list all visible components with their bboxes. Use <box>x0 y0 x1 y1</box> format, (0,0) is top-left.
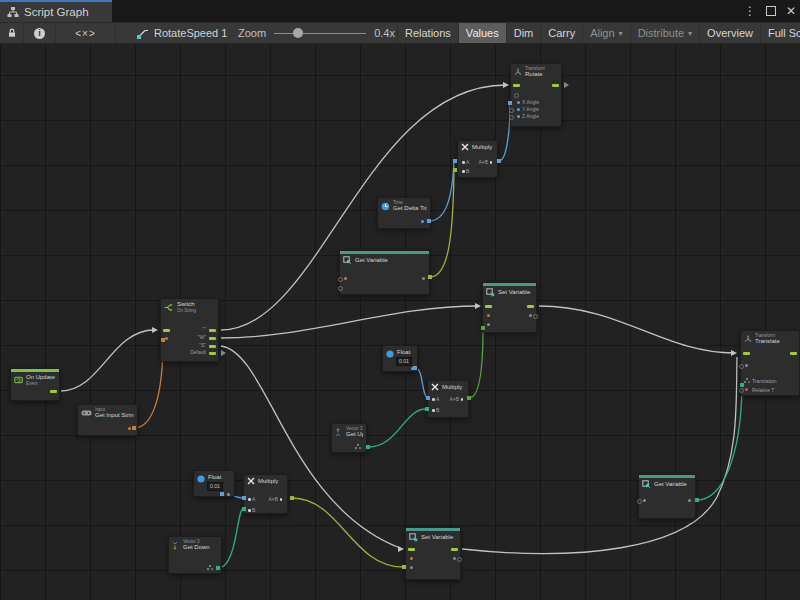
zoom-slider[interactable] <box>274 28 366 38</box>
node-on-update[interactable]: On Update Event <box>10 368 60 401</box>
fullscreen-button[interactable]: Full Screen <box>760 23 800 43</box>
value-out-port[interactable] <box>688 499 691 502</box>
case-out-port[interactable] <box>209 337 216 340</box>
vector3-out-port[interactable] <box>355 444 361 449</box>
node-set-variable-bottom[interactable]: Set Variable <box>405 527 461 580</box>
vector3-down-icon <box>172 541 180 550</box>
window-maximize-icon[interactable] <box>766 6 776 16</box>
code-view-button[interactable]: <×> <box>56 23 116 43</box>
target-port-ring[interactable] <box>739 364 744 369</box>
port-ring[interactable] <box>338 277 343 282</box>
carry-button[interactable]: Carry <box>540 23 582 43</box>
multiply-icon <box>461 143 469 151</box>
flow-out-port[interactable] <box>50 390 57 393</box>
port-ring[interactable] <box>637 499 642 504</box>
value-out-port[interactable] <box>453 557 456 560</box>
port-dot <box>248 509 251 512</box>
value-in-port[interactable] <box>410 566 413 569</box>
node-get-variable-top[interactable]: Get Variable <box>339 250 430 295</box>
values-button[interactable]: Values <box>458 23 506 43</box>
value-in-port[interactable] <box>487 323 490 326</box>
port-dot <box>280 498 283 501</box>
port-b-label: B <box>466 168 469 174</box>
inspector-button[interactable]: i <box>24 23 56 43</box>
flow-in-port[interactable] <box>743 352 750 355</box>
node-vector3-get-down[interactable]: Vector 3 Get Down <box>168 536 222 574</box>
port-ring[interactable] <box>509 115 514 120</box>
flow-out-port[interactable] <box>451 548 458 551</box>
fallback-port-ring[interactable] <box>338 286 343 291</box>
flow-in-port[interactable] <box>513 84 520 87</box>
node-title: Multiply <box>442 384 462 391</box>
case-out-port[interactable] <box>209 329 216 332</box>
case-out-port[interactable] <box>209 345 216 348</box>
float-out-port[interactable] <box>421 220 424 223</box>
multiply-icon <box>431 383 439 391</box>
node-get-variable-right[interactable]: Get Variable <box>638 474 696 519</box>
port-ring[interactable] <box>533 314 538 319</box>
z-angle-port[interactable] <box>517 115 520 118</box>
name-in-port[interactable] <box>487 314 490 317</box>
node-title: On Update <box>26 374 55 381</box>
selector-in-port[interactable] <box>165 337 168 340</box>
node-get-delta-time[interactable]: Time Get Delta Time <box>377 197 431 229</box>
string-out-port[interactable] <box>128 427 131 430</box>
port-ring[interactable] <box>739 388 744 393</box>
y-angle-port[interactable] <box>517 108 520 111</box>
port-dot <box>462 170 465 173</box>
target-port-ring[interactable] <box>514 93 519 98</box>
window-close-icon[interactable]: ✕ <box>786 5 796 17</box>
target-port[interactable] <box>745 364 748 367</box>
port-dot <box>432 398 435 401</box>
lock-button[interactable] <box>0 23 24 43</box>
node-translate[interactable]: Transform Translate Translation Relative… <box>740 330 800 396</box>
flow-out-port[interactable] <box>552 84 559 87</box>
tab-script-graph[interactable]: Script Graph <box>0 0 112 22</box>
float-value-input[interactable]: 0.01 <box>207 482 223 491</box>
node-vector3-get-up[interactable]: Vector 3 Get Up <box>331 423 367 453</box>
distribute-label: Distribute <box>638 27 684 39</box>
name-in-port[interactable] <box>643 499 646 502</box>
float-icon <box>197 475 205 483</box>
flow-in-port[interactable] <box>485 305 492 308</box>
node-set-variable-mid[interactable]: Set Variable <box>482 282 537 333</box>
flow-out-port[interactable] <box>790 352 797 355</box>
float-out-port[interactable] <box>411 367 414 370</box>
node-multiply-top[interactable]: Multiply A A×B B <box>457 140 498 178</box>
value-out-port[interactable] <box>422 277 425 280</box>
node-rotate[interactable]: Transform Rotate X Angle Y Angle Z Angle <box>510 63 562 127</box>
relations-button[interactable]: Relations <box>397 23 458 43</box>
window-menu-icon[interactable]: ⋮ <box>744 5 756 17</box>
vector3-out-port[interactable] <box>207 565 213 570</box>
flow-in-port[interactable] <box>163 329 170 332</box>
flow-out-port[interactable] <box>527 305 534 308</box>
overview-button[interactable]: Overview <box>699 23 760 43</box>
name-in-port[interactable] <box>410 557 413 560</box>
node-switch-on-string[interactable]: Switch On String "" "W" "S" Default <box>160 298 219 362</box>
value-out-port[interactable] <box>529 314 532 317</box>
node-multiply-mid[interactable]: Multiply A A×B B <box>427 380 469 418</box>
case-label: "" <box>202 326 206 332</box>
zoom-slider-thumb[interactable] <box>293 28 303 38</box>
translation-port[interactable] <box>744 378 750 383</box>
align-dropdown[interactable]: Align ▾ <box>582 23 629 43</box>
port-ring[interactable] <box>457 557 462 562</box>
translation-label: Translation <box>752 378 777 384</box>
relative-to-port[interactable] <box>745 388 748 391</box>
gamepad-icon <box>81 409 92 417</box>
float-value-input[interactable]: 0.01 <box>396 357 412 366</box>
node-float-mid[interactable]: Float 0.01 <box>382 345 418 372</box>
distribute-dropdown[interactable]: Distribute ▾ <box>630 23 699 43</box>
flow-in-port[interactable] <box>408 548 415 551</box>
graph-breadcrumb[interactable]: RotateSpeed 1 <box>136 23 227 43</box>
default-out-port[interactable] <box>209 352 216 355</box>
node-float-bottom[interactable]: Float 0.01 <box>193 470 235 497</box>
node-get-input-string[interactable]: Input Get Input String <box>77 404 138 436</box>
dim-button[interactable]: Dim <box>506 23 541 43</box>
node-multiply-bottom[interactable]: Multiply A A×B B <box>243 474 288 514</box>
float-out-port[interactable] <box>227 493 230 496</box>
node-title: Rotate <box>525 71 545 78</box>
x-angle-port[interactable] <box>517 101 520 104</box>
name-in-port[interactable] <box>344 277 347 280</box>
port-ring[interactable] <box>509 108 514 113</box>
